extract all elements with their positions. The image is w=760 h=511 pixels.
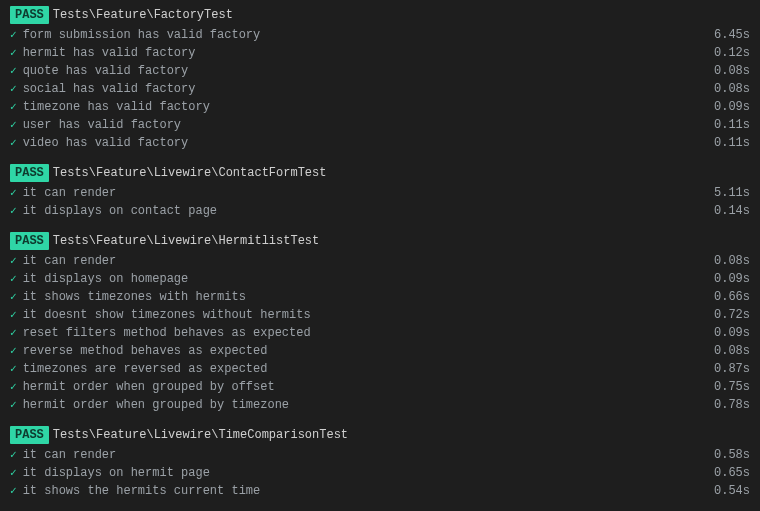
test-row: ✓quote has valid factory0.08s [10,62,750,80]
test-list: ✓form submission has valid factory6.45s✓… [10,26,750,152]
test-row-left: ✓hermit order when grouped by timezone [10,396,289,414]
suite-path: Tests\Feature\FactoryTest [53,8,233,22]
check-icon: ✓ [10,81,17,98]
test-time: 0.08s [714,252,750,270]
test-time: 0.09s [714,98,750,116]
pass-badge: PASS [10,426,49,444]
test-row: ✓it can render5.11s [10,184,750,202]
test-row-left: ✓reset filters method behaves as expecte… [10,324,311,342]
check-icon: ✓ [10,483,17,500]
test-row-left: ✓it can render [10,252,116,270]
pass-badge: PASS [10,164,49,182]
test-list: ✓it can render0.58s✓it displays on hermi… [10,446,750,500]
test-name: it can render [23,184,117,202]
pass-badge: PASS [10,232,49,250]
test-row-left: ✓it can render [10,184,116,202]
check-icon: ✓ [10,253,17,270]
check-icon: ✓ [10,63,17,80]
test-time: 0.87s [714,360,750,378]
test-name: it shows the hermits current time [23,482,261,500]
check-icon: ✓ [10,203,17,220]
test-row-left: ✓it can render [10,446,116,464]
test-group: PASSTests\Feature\Livewire\HermitlistTes… [10,232,750,414]
group-header: PASSTests\Feature\Livewire\HermitlistTes… [10,232,750,250]
test-row-left: ✓timezone has valid factory [10,98,210,116]
test-row-left: ✓user has valid factory [10,116,181,134]
test-row-left: ✓hermit order when grouped by offset [10,378,275,396]
test-name: reverse method behaves as expected [23,342,268,360]
test-time: 0.78s [714,396,750,414]
test-row-left: ✓it doesnt show timezones without hermit… [10,306,311,324]
test-list: ✓it can render0.08s✓it displays on homep… [10,252,750,414]
check-icon: ✓ [10,325,17,342]
test-time: 0.08s [714,80,750,98]
test-row: ✓it shows timezones with hermits0.66s [10,288,750,306]
test-name: it displays on hermit page [23,464,210,482]
test-output: PASSTests\Feature\FactoryTest✓form submi… [10,6,750,500]
test-name: hermit order when grouped by offset [23,378,275,396]
check-icon: ✓ [10,135,17,152]
test-name: reset filters method behaves as expected [23,324,311,342]
check-icon: ✓ [10,465,17,482]
test-name: timezone has valid factory [23,98,210,116]
test-time: 0.08s [714,342,750,360]
group-header: PASSTests\Feature\Livewire\ContactFormTe… [10,164,750,182]
test-row-left: ✓video has valid factory [10,134,188,152]
test-name: hermit has valid factory [23,44,196,62]
test-row-left: ✓it displays on contact page [10,202,217,220]
suite-path: Tests\Feature\Livewire\HermitlistTest [53,234,319,248]
test-row: ✓video has valid factory0.11s [10,134,750,152]
test-row: ✓it displays on contact page0.14s [10,202,750,220]
test-row: ✓reset filters method behaves as expecte… [10,324,750,342]
test-name: video has valid factory [23,134,189,152]
check-icon: ✓ [10,117,17,134]
test-row: ✓it shows the hermits current time0.54s [10,482,750,500]
test-time: 0.11s [714,116,750,134]
test-row-left: ✓quote has valid factory [10,62,188,80]
test-row: ✓it can render0.08s [10,252,750,270]
test-row: ✓it displays on homepage0.09s [10,270,750,288]
test-time: 5.11s [714,184,750,202]
test-row: ✓social has valid factory0.08s [10,80,750,98]
test-name: timezones are reversed as expected [23,360,268,378]
test-name: user has valid factory [23,116,181,134]
suite-path: Tests\Feature\Livewire\ContactFormTest [53,166,327,180]
test-time: 0.72s [714,306,750,324]
group-header: PASSTests\Feature\FactoryTest [10,6,750,24]
check-icon: ✓ [10,45,17,62]
test-row-left: ✓form submission has valid factory [10,26,260,44]
test-name: it can render [23,252,117,270]
test-row-left: ✓it displays on homepage [10,270,188,288]
test-time: 0.11s [714,134,750,152]
test-row: ✓hermit has valid factory0.12s [10,44,750,62]
check-icon: ✓ [10,99,17,116]
test-time: 0.09s [714,324,750,342]
check-icon: ✓ [10,397,17,414]
test-time: 0.12s [714,44,750,62]
test-name: it displays on contact page [23,202,217,220]
test-name: hermit order when grouped by timezone [23,396,289,414]
test-name: social has valid factory [23,80,196,98]
test-row: ✓hermit order when grouped by timezone0.… [10,396,750,414]
test-row: ✓user has valid factory0.11s [10,116,750,134]
test-name: quote has valid factory [23,62,189,80]
test-row: ✓it displays on hermit page0.65s [10,464,750,482]
test-row-left: ✓timezones are reversed as expected [10,360,267,378]
test-name: it shows timezones with hermits [23,288,246,306]
test-name: form submission has valid factory [23,26,261,44]
test-group: PASSTests\Feature\FactoryTest✓form submi… [10,6,750,152]
check-icon: ✓ [10,307,17,324]
pass-badge: PASS [10,6,49,24]
test-row: ✓it doesnt show timezones without hermit… [10,306,750,324]
test-row: ✓timezones are reversed as expected0.87s [10,360,750,378]
test-row-left: ✓social has valid factory [10,80,195,98]
check-icon: ✓ [10,361,17,378]
test-row-left: ✓it shows timezones with hermits [10,288,246,306]
test-time: 0.66s [714,288,750,306]
check-icon: ✓ [10,379,17,396]
suite-path: Tests\Feature\Livewire\TimeComparisonTes… [53,428,348,442]
test-list: ✓it can render5.11s✓it displays on conta… [10,184,750,220]
test-time: 0.58s [714,446,750,464]
test-time: 0.09s [714,270,750,288]
test-name: it doesnt show timezones without hermits [23,306,311,324]
